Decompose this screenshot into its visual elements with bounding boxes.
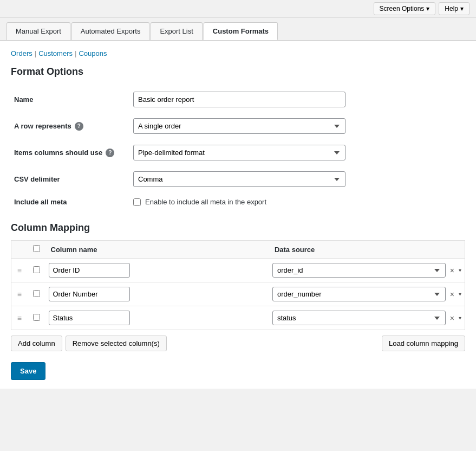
remove-selected-button[interactable]: Remove selected column(s) [66, 336, 167, 351]
data-source-cell-3: status × ▾ [272, 311, 461, 325]
th-column-name: Column name [45, 241, 269, 259]
col-name-input-3[interactable] [49, 311, 130, 325]
drag-handle-1[interactable]: ≡ [15, 266, 24, 275]
include-all-meta-checkbox[interactable] [133, 198, 141, 206]
column-mapping-header-row: Column name Data source [11, 241, 465, 259]
row-3-checkbox[interactable] [33, 314, 40, 321]
breadcrumb: Orders | Customers | Coupons [11, 49, 465, 57]
data-source-cell-2: order_number × ▾ [272, 287, 461, 301]
th-data-source: Data source [269, 241, 465, 259]
name-label: Name [11, 86, 130, 113]
screen-options-button[interactable]: Screen Options ▾ [374, 2, 436, 15]
data-source-cell-1: order_id × ▾ [272, 263, 461, 278]
include-all-meta-text: Enable to include all meta in the export [145, 198, 266, 206]
column-mapping-table: Column name Data source ≡ or [11, 240, 465, 330]
table-row: ≡ order_id × ▾ [11, 259, 465, 282]
tabs-bar: Manual Export Automated Exports Export L… [0, 18, 476, 41]
items-columns-select[interactable]: Pipe-delimited format Comma-delimited fo… [133, 145, 345, 160]
row-represents-row: A row represents ? A single order A sing… [11, 113, 465, 139]
row-represents-label: A row represents [14, 122, 71, 130]
column-mapping-title: Column Mapping [11, 222, 465, 234]
screen-options-label: Screen Options [380, 5, 425, 12]
format-options-title: Format Options [11, 66, 465, 78]
help-button[interactable]: Help ▾ [439, 2, 470, 15]
table-row: ≡ status × ▾ [11, 306, 465, 330]
col-name-input-1[interactable] [49, 263, 130, 278]
breadcrumb-customers[interactable]: Customers [38, 49, 73, 57]
help-chevron: ▾ [460, 5, 464, 12]
content-area: Orders | Customers | Coupons Format Opti… [0, 41, 476, 389]
drag-handle-2[interactable]: ≡ [15, 290, 24, 299]
row-1-checkbox[interactable] [33, 266, 40, 273]
breadcrumb-orders[interactable]: Orders [11, 49, 32, 57]
drag-handle-3[interactable]: ≡ [15, 314, 24, 323]
tab-manual-export[interactable]: Manual Export [6, 22, 70, 40]
csv-delimiter-row: CSV delimiter Comma Semicolon Tab Pipe [11, 166, 465, 192]
col-name-input-2[interactable] [49, 287, 130, 301]
tab-automated-exports[interactable]: Automated Exports [71, 22, 150, 40]
name-row: Name [11, 86, 465, 113]
footer: Save [11, 362, 465, 380]
top-bar: Screen Options ▾ Help ▾ [0, 0, 476, 18]
load-mapping-button[interactable]: Load column mapping [382, 336, 465, 351]
row-2-checkbox[interactable] [33, 290, 40, 297]
breadcrumb-sep-1: | [35, 49, 36, 57]
save-button[interactable]: Save [11, 362, 45, 380]
chevron-down-icon-3: ▾ [459, 315, 461, 321]
clear-btn-3[interactable]: × [448, 313, 457, 324]
clear-btn-1[interactable]: × [448, 265, 457, 276]
items-columns-help-icon[interactable]: ? [106, 149, 114, 157]
column-mapping-actions: Add column Remove selected column(s) Loa… [11, 336, 465, 351]
breadcrumb-sep-2: | [75, 49, 76, 57]
name-input[interactable] [133, 92, 345, 107]
select-all-checkbox[interactable] [33, 245, 40, 252]
include-all-meta-label: Include all meta [11, 192, 130, 211]
items-columns-row: Items columns should use ? Pipe-delimite… [11, 139, 465, 166]
items-columns-label: Items columns should use [14, 149, 102, 157]
data-source-select-2[interactable]: order_number [272, 287, 446, 301]
clear-btn-2[interactable]: × [448, 289, 457, 300]
chevron-down-icon-1: ▾ [459, 267, 461, 273]
add-column-button[interactable]: Add column [11, 336, 62, 351]
actions-left: Add column Remove selected column(s) [11, 336, 167, 351]
row-represents-select[interactable]: A single order A single item A single co… [133, 118, 345, 134]
include-all-meta-row: Include all meta Enable to include all m… [11, 192, 465, 211]
th-drag [11, 241, 28, 259]
table-row: ≡ order_number × ▾ [11, 282, 465, 306]
breadcrumb-coupons[interactable]: Coupons [79, 49, 107, 57]
screen-options-chevron: ▾ [426, 5, 429, 12]
data-source-select-1[interactable]: order_id [272, 263, 446, 278]
row-represents-help-icon[interactable]: ? [75, 122, 83, 131]
data-source-select-3[interactable]: status [272, 311, 446, 325]
csv-delimiter-select[interactable]: Comma Semicolon Tab Pipe [133, 171, 345, 187]
help-label: Help [445, 5, 458, 12]
tab-export-list[interactable]: Export List [151, 22, 202, 40]
tab-custom-formats[interactable]: Custom Formats [204, 22, 278, 40]
chevron-down-icon-2: ▾ [459, 291, 461, 297]
th-checkbox [28, 241, 45, 259]
include-all-meta-checkbox-label[interactable]: Enable to include all meta in the export [133, 198, 462, 206]
csv-delimiter-label: CSV delimiter [11, 166, 130, 192]
format-options-table: Name A row represents ? A single order A… [11, 86, 465, 211]
